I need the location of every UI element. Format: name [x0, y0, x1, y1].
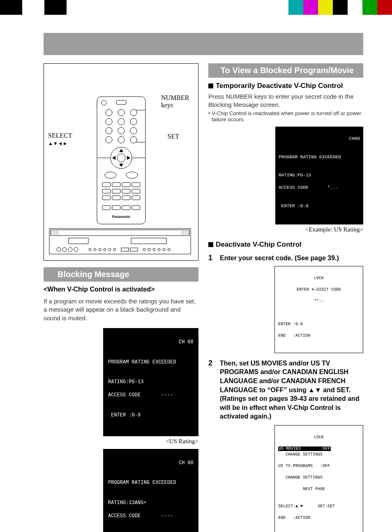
svg-rect-40 — [112, 206, 120, 210]
paragraph-blocking-explanation: If a program or movie exceeds the rating… — [44, 297, 198, 322]
svg-point-64 — [99, 248, 101, 251]
right-column: To View a Blocked Program/Movie Temporar… — [208, 63, 363, 532]
svg-point-5 — [130, 109, 137, 116]
svg-point-71 — [148, 248, 150, 251]
left-column: SELECT ▲▼◄► NUMBER keys SET — [44, 63, 198, 532]
svg-point-8 — [130, 118, 137, 125]
osd-canadian-french-rating: CH 08 PROGRAM RATING EXCEEDED RATING:13A… — [103, 449, 198, 532]
svg-rect-38 — [132, 196, 140, 200]
svg-point-58 — [57, 247, 61, 252]
step-number: 2 — [208, 359, 216, 421]
caption-us-rating: <US Rating> — [166, 438, 198, 445]
page-header-bar — [44, 33, 363, 55]
heading-temporarily-deactivate: Temporarily Deactivate V-Chip Control — [208, 82, 363, 90]
label-number-keys: NUMBER keys — [161, 94, 194, 109]
svg-rect-30 — [132, 183, 140, 187]
svg-point-72 — [153, 248, 155, 251]
svg-rect-35 — [102, 196, 111, 200]
step-2: 2 Then, set US MOVIES and/or US TV PROGR… — [208, 359, 363, 421]
svg-point-66 — [108, 248, 111, 251]
svg-point-74 — [163, 248, 165, 251]
paragraph-enter-secret-code: Press NUMBER keys to enter your secret c… — [208, 93, 363, 109]
svg-point-61 — [74, 247, 78, 252]
svg-point-6 — [106, 118, 112, 125]
svg-rect-27 — [102, 183, 111, 187]
svg-point-62 — [89, 248, 91, 251]
svg-point-7 — [118, 118, 125, 125]
color-calibration-strip — [0, 0, 392, 15]
svg-point-14 — [130, 136, 137, 143]
svg-rect-42 — [132, 206, 140, 210]
step-1-text: Enter your secret code. (See page 39.) — [220, 254, 339, 263]
svg-rect-45 — [51, 230, 189, 236]
svg-text:Panasonic: Panasonic — [112, 215, 130, 219]
svg-point-18 — [117, 154, 125, 162]
svg-rect-29 — [122, 183, 130, 187]
label-set: SET — [168, 133, 179, 140]
svg-point-70 — [143, 248, 145, 251]
svg-rect-33 — [122, 189, 130, 193]
svg-point-4 — [118, 109, 125, 116]
svg-rect-39 — [102, 206, 111, 210]
subhead-vchip-activated: <When V-Chip Control is activated> — [44, 286, 198, 293]
svg-point-26 — [126, 172, 138, 178]
section-blocking-message: Blocking Message — [44, 267, 198, 282]
svg-rect-41 — [122, 206, 130, 210]
svg-point-63 — [94, 248, 96, 251]
svg-point-10 — [118, 127, 125, 134]
note-vchip-reactivated: • V-Chip Control is reactivated when pow… — [212, 110, 363, 123]
svg-point-1 — [101, 100, 106, 105]
caption-example-us-rating: <Example: US Rating> — [305, 226, 363, 233]
svg-rect-68 — [121, 248, 129, 251]
svg-point-65 — [104, 248, 106, 251]
svg-point-25 — [105, 172, 116, 178]
svg-point-60 — [68, 247, 72, 252]
svg-rect-2 — [116, 100, 126, 104]
osd-example-us-rating: CH08 PROGRAM RATING EXCEEDED RATING:PG-1… — [275, 127, 363, 225]
device-front-panel-icon — [49, 228, 191, 254]
step-2-text: Then, set US MOVIES and/or US TV PROGRAM… — [220, 359, 363, 421]
remote-control-icon: Panasonic — [97, 96, 146, 228]
svg-rect-56 — [69, 238, 88, 244]
svg-point-3 — [106, 109, 112, 116]
svg-point-12 — [106, 136, 112, 143]
step-1: 1 Enter your secret code. (See page 39.) — [208, 254, 363, 263]
remote-illustration-box: SELECT ▲▼◄► NUMBER keys SET — [44, 63, 198, 261]
svg-point-73 — [158, 248, 160, 251]
square-bullet-icon — [208, 83, 213, 88]
svg-point-13 — [118, 136, 125, 143]
section-view-blocked: To View a Blocked Program/Movie — [208, 63, 363, 78]
svg-rect-28 — [112, 183, 120, 187]
svg-point-75 — [168, 248, 170, 251]
heading-deactivate-vchip: Deactivate V-Chip Control — [208, 241, 363, 249]
svg-rect-31 — [102, 189, 111, 193]
svg-rect-34 — [132, 189, 140, 193]
step-number: 1 — [208, 254, 216, 263]
svg-rect-69 — [130, 248, 138, 251]
svg-rect-32 — [112, 189, 120, 193]
svg-point-67 — [113, 248, 116, 251]
svg-rect-36 — [112, 196, 120, 200]
svg-rect-57 — [131, 238, 166, 244]
svg-point-59 — [62, 247, 67, 252]
label-select: SELECT ▲▼◄► — [48, 132, 72, 147]
osd-lock-enter-code: LOCK ENTER 4-DIGIT CODE **-- ENTER :0-9 … — [274, 266, 363, 353]
svg-point-11 — [130, 127, 137, 134]
osd-lock-us-menu: LOCK US MOVIES :OFF CHANGE SETTINGS US T… — [274, 425, 363, 532]
svg-rect-37 — [122, 196, 130, 200]
osd-us-rating: CH 08 PROGRAM RATING EXCEEDED RATING:PG-… — [103, 328, 198, 436]
square-bullet-icon — [208, 242, 213, 247]
svg-point-9 — [106, 127, 112, 134]
